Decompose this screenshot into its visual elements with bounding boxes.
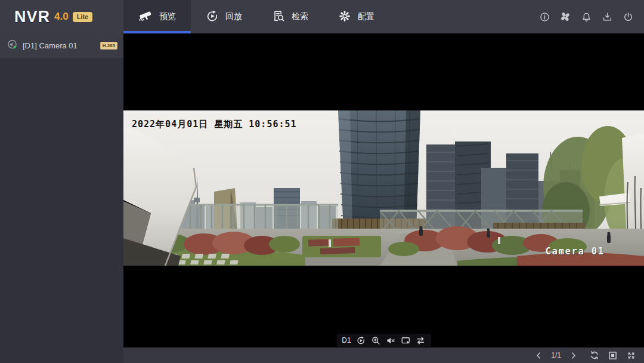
capture-icon[interactable]: [401, 336, 411, 345]
main-nav-tabs: 预览 回放 检索: [123, 0, 389, 33]
download-icon[interactable]: [599, 9, 615, 24]
instant-playback-icon[interactable]: [357, 336, 366, 345]
alarm-bell-icon[interactable]: [578, 9, 594, 24]
refresh-icon[interactable]: [589, 350, 599, 361]
tab-preview[interactable]: 预览: [123, 0, 191, 33]
tab-label: 预览: [159, 11, 176, 22]
channel-sidebar: [D1] Camera 01 H.265: [0, 33, 123, 363]
brand-version: 4.0: [54, 11, 69, 23]
settings-gear-icon: [338, 10, 351, 24]
osd-datetime: 2022年04月01日 星期五 10:56:51: [132, 119, 297, 130]
prev-page-icon[interactable]: [534, 350, 544, 361]
tab-label: 配置: [358, 11, 374, 22]
preview-camera-icon: [138, 10, 153, 24]
search-doc-icon: [272, 10, 285, 24]
live-view-area: Camera 01 2022年04月01日 星期五 10:56:51 D1: [123, 33, 644, 347]
channel-list-item[interactable]: [D1] Camera 01 H.265: [0, 33, 123, 58]
page-indicator: 1/1: [551, 351, 561, 359]
channel-camera-icon: [7, 39, 17, 52]
edition-badge: Lite: [73, 12, 93, 22]
modules-icon[interactable]: [558, 9, 573, 24]
tab-label: 回放: [225, 11, 242, 22]
brand-name: NVR: [14, 8, 50, 26]
video-window-toolbar: D1: [336, 334, 431, 347]
window-channel-label: D1: [342, 334, 351, 347]
power-icon[interactable]: [620, 9, 636, 24]
playback-icon: [206, 10, 219, 24]
top-bar: NVR 4.0 Lite 预览 回放: [0, 0, 644, 33]
app-logo: NVR 4.0 Lite: [0, 0, 123, 33]
fullscreen-icon[interactable]: [626, 350, 636, 361]
tab-label: 检索: [292, 11, 308, 22]
codec-badge: H.265: [100, 42, 117, 50]
stream-switch-icon[interactable]: [416, 336, 426, 345]
next-page-icon[interactable]: [568, 350, 578, 361]
topbar-actions: [537, 0, 644, 33]
tab-configuration[interactable]: 配置: [323, 0, 389, 33]
camera-scene: [123, 110, 644, 266]
tab-search[interactable]: 检索: [257, 0, 323, 33]
info-icon[interactable]: [537, 9, 552, 24]
tab-playback[interactable]: 回放: [191, 0, 257, 33]
layout-single-icon[interactable]: [608, 350, 618, 361]
status-bar: 1/1: [123, 347, 644, 363]
live-video[interactable]: Camera 01 2022年04月01日 星期五 10:56:51: [123, 110, 644, 266]
audio-muted-icon[interactable]: [386, 336, 396, 345]
digital-zoom-icon[interactable]: [371, 336, 381, 345]
channel-label: [D1] Camera 01: [23, 41, 95, 50]
